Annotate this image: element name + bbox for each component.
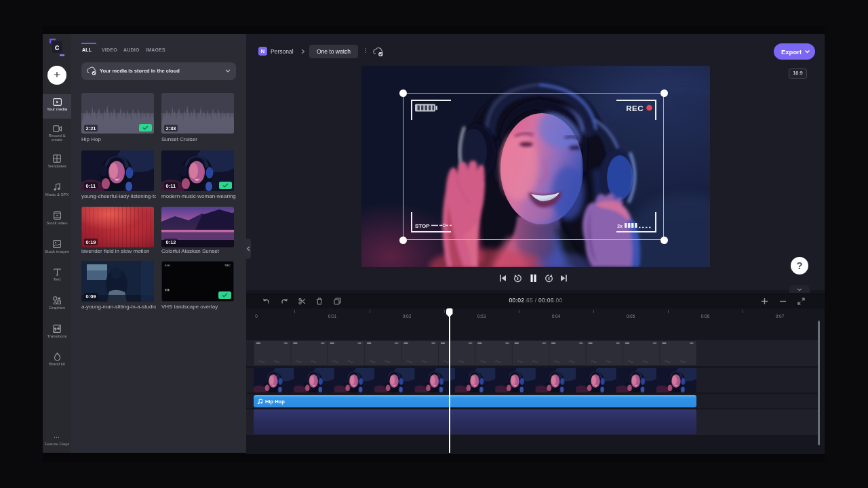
svg-text:c: c	[55, 43, 60, 52]
svg-text:2x: 2x	[617, 224, 623, 228]
svg-text:REC: REC	[626, 104, 644, 113]
svg-text:STOP: STOP	[415, 223, 430, 229]
